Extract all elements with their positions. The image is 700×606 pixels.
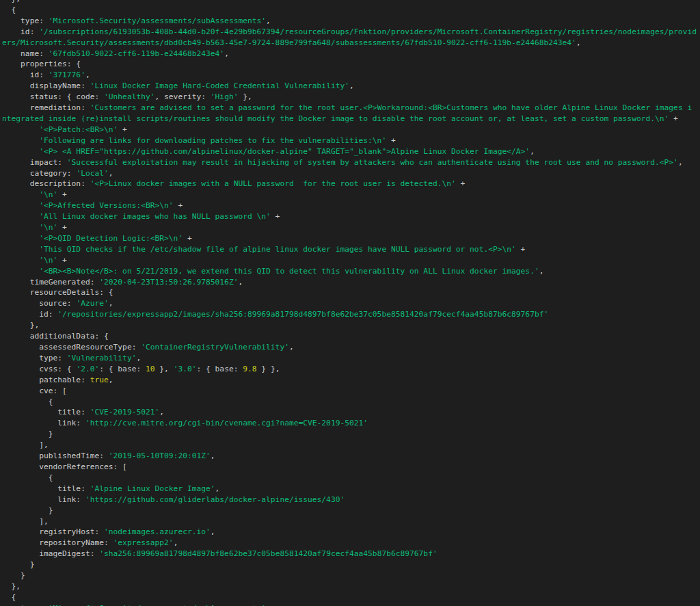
plain-token [2,223,39,232]
plain-token [2,267,39,276]
plain-token: + [271,212,280,221]
string-token: '2.0' [76,365,99,373]
plain-token: repositoryName: [2,538,113,547]
terminal-line: }, [2,581,697,592]
number-token: 10 [146,365,155,373]
plain-token: ], [2,517,49,526]
plain-token: type: [2,16,49,25]
string-token: 'This QID checks if the /etc/shadow file… [39,245,516,254]
plain-token: } [2,506,53,515]
plain-token: }, [155,365,174,373]
string-token: '\n' [39,223,57,232]
plain-token: vendorReferences: [ [2,462,127,471]
plain-token [2,147,39,156]
terminal-line: id: '/repositories/expressapp2/images/sh… [2,309,697,320]
terminal-line: cve: [ [2,386,697,397]
plain-token: } [2,571,25,580]
plain-token: , [238,278,243,287]
string-token: '<P> <A HREF="https://github.com/alpinel… [39,147,530,156]
plain-token: , [211,527,215,536]
terminal-line: id: '371776', [2,70,697,81]
plain-token: imageDigest: [2,549,99,558]
plain-token: : { base: [99,365,146,373]
terminal-line: displayName: 'Linux Docker Image Hard-Co… [2,81,697,92]
terminal-line: patchable: true, [2,375,697,386]
plain-token: ], [2,440,49,449]
terminal-line: '<P>QID Detection Logic:<BR>\n' + [2,233,697,244]
plain-token: , [215,484,220,493]
plain-token: }, [2,0,21,3]
plain-token [2,190,39,199]
string-token: 'CVE-2019-5021' [90,408,160,417]
plain-token: assessedResourceType: [2,343,141,352]
string-token: '<P>QID Detection Logic:<BR>\n' [39,234,183,243]
string-token: 'High' [211,92,239,101]
terminal-line: source: 'Azure', [2,298,697,309]
plain-token: , [539,267,544,276]
string-token: 'https://github.com/gliderlabs/docker-al… [85,495,345,504]
terminal-line: { [2,592,697,603]
terminal-line: 'This QID checks if the /etc/shadow file… [2,244,697,255]
terminal-line: } [2,429,697,440]
plain-token [2,256,39,265]
terminal-line: description: '<P>Linux docker images wit… [2,179,697,189]
number-token: true [90,376,109,384]
string-token: 'All Linux docker images who has NULL pa… [39,212,271,221]
plain-token: }, [2,321,39,330]
terminal-line: title: 'CVE-2019-5021', [2,407,697,418]
terminal-line: resourceDetails: { [2,287,697,298]
plain-token: id: [2,310,57,319]
terminal-line: { [2,397,697,408]
plain-token: resourceDetails: { [2,288,113,297]
plain-token: description: [2,179,90,188]
terminal-line: '\n' + [2,189,697,200]
plain-token: : { base: [197,365,243,373]
string-token: '<BR><B>Note</B>: on 5/21/2019, we exten… [39,267,539,276]
plain-token: , [530,147,535,156]
plain-token: { [2,473,53,482]
string-token: '67fdb510-9022-cff6-119b-e24468b243e4' [49,49,224,58]
plain-token: link: [2,495,85,504]
plain-token: + [118,125,127,134]
plain-token: + [57,256,67,265]
plain-token: , [109,169,113,178]
plain-token: , [678,158,683,167]
string-token: 'http://cve.mitre.org/cgi-bin/cvename.cg… [85,419,368,427]
terminal-line: publishedTime: '2019-05-10T09:20:01Z', [2,451,697,462]
plain-token: , [174,538,178,547]
terminal-line: { [2,473,697,484]
plain-token: , [224,49,229,58]
plain-token: properties: { [2,60,81,68]
plain-token [2,234,39,243]
terminal-line: } [2,559,697,570]
terminal-line: type: 'Microsoft.Security/assessments/su… [2,16,697,27]
string-token: 'Azure' [76,299,108,308]
string-token: '2020-04-23T13:50:26.9785016Z' [99,278,238,287]
terminal-line: type: 'Vulnerability', [2,353,697,364]
terminal-line: category: 'Local', [2,168,697,179]
string-token: 'Vulnerability' [67,354,137,363]
terminal-line: timeGenerated: '2020-04-23T13:50:26.9785… [2,277,697,288]
terminal-line: link: 'https://github.com/gliderlabs/doc… [2,495,697,505]
terminal-line: '<P>Patch:<BR>\n' + [2,124,697,135]
plain-token: displayName: [2,81,90,90]
plain-token [2,212,39,221]
string-token: 'Microsoft.Security/assessments/subAsses… [49,16,266,25]
terminal-output: }, { type: 'Microsoft.Security/assessmen… [0,0,697,606]
string-token: 'sha256:89969a81798d4897bf8e62be37c05be8… [99,549,437,558]
string-token: 'Linux Docker Image Hard-Coded Credentia… [90,81,349,90]
plain-token: , [211,451,215,460]
plain-token: name: [2,49,49,58]
plain-token: timeGenerated: [2,278,99,287]
plain-token: + [183,234,192,243]
plain-token: status: { code: [2,92,104,101]
terminal-line: title: 'Alpine Linux Docker Image', [2,484,697,495]
terminal-line: assessedResourceType: 'ContainerRegistry… [2,342,697,353]
terminal-line: impact: 'Successful exploitation may res… [2,157,697,168]
string-token: 'nodeimages.azurecr.io' [104,527,211,536]
plain-token: , [85,70,90,79]
plain-token: + [57,190,67,199]
plain-token: type: [2,354,67,363]
plain-token [2,136,39,145]
terminal-line: 'All Linux docker images who has NULL pa… [2,211,697,222]
